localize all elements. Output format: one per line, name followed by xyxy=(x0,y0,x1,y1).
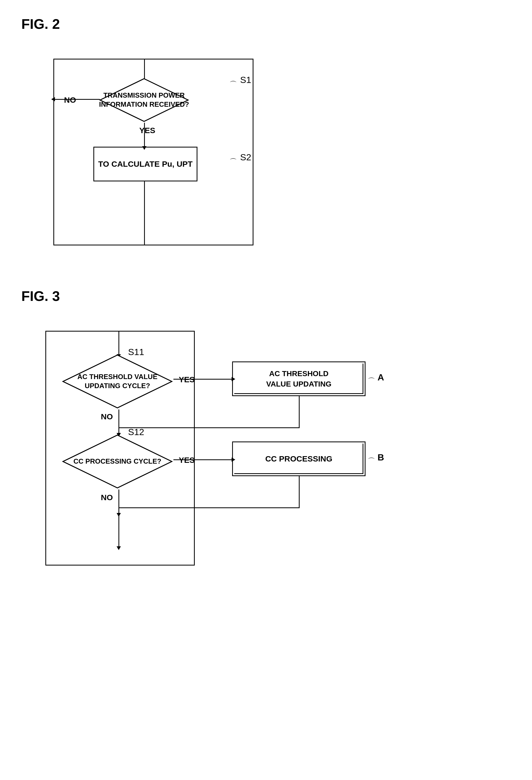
fig3-entry-arrow xyxy=(118,331,119,355)
fig3-ac-threshold-box: AC THRESHOLD VALUE UPDATING xyxy=(232,361,366,396)
svg-marker-2 xyxy=(63,435,172,488)
fig3-rect1-back-line xyxy=(118,427,300,428)
fig2-calc-text: TO CALCULATE Pu, UPT xyxy=(98,159,193,168)
fig2-calc-box: TO CALCULATE Pu, UPT xyxy=(93,147,197,181)
fig3-rect1-down-arrow xyxy=(299,396,300,428)
fig2-s2-label: S2 xyxy=(240,152,251,162)
fig2-s1-label: S1 xyxy=(240,75,251,85)
fig3-title: FIG. 3 xyxy=(21,288,511,304)
fig2-line-down xyxy=(144,181,145,245)
fig3-rect2-back-line xyxy=(118,507,300,508)
fig2-diamond xyxy=(99,77,189,123)
fig3-final-arrow xyxy=(118,515,119,547)
fig3-a-curve: ⌒ xyxy=(368,376,375,386)
fig3-yes2-label: YES xyxy=(179,456,195,465)
fig2-no-arrow xyxy=(54,99,100,100)
fig3-rect2-down-arrow xyxy=(299,476,300,508)
fig3-diamond2 xyxy=(61,434,174,489)
fig2-s2-curve: ⌒ xyxy=(230,157,237,167)
fig3-no2-arrow xyxy=(118,489,119,514)
fig2-yes-arrow xyxy=(144,123,145,147)
fig3-yes2-arrow xyxy=(174,459,232,460)
fig3-rect2-text: CC PROCESSING xyxy=(265,454,332,464)
fig3-yes1-arrow xyxy=(174,379,232,380)
fig3-diagram: S11 AC THRESHOLD VALUE UPDATING CYCLE? Y… xyxy=(43,320,496,582)
fig3-diamond1 xyxy=(61,353,174,409)
fig3-a-label: A xyxy=(378,372,384,383)
svg-marker-0 xyxy=(100,79,188,121)
fig2-s1-curve: ⌒ xyxy=(230,80,237,90)
fig3-cc-processing-box: CC PROCESSING xyxy=(232,441,366,476)
fig2-diagram: S1 ⌒ TRANSMISSION POWER INFORMATION RECE… xyxy=(48,48,288,256)
fig3-b-label: B xyxy=(378,452,384,462)
svg-marker-1 xyxy=(63,355,172,408)
page: FIG. 2 S1 ⌒ TRANSMISSION POWER INFORMATI… xyxy=(0,0,532,780)
fig3-b-curve: ⌒ xyxy=(368,456,375,466)
fig3-rect1-text: AC THRESHOLD VALUE UPDATING xyxy=(266,369,332,389)
fig2-yes-label: YES xyxy=(139,126,155,135)
fig3-no2-label: NO xyxy=(101,493,113,502)
fig3-yes1-label: YES xyxy=(179,375,195,384)
fig2-entry-arrow xyxy=(144,59,145,80)
fig3-rect1-line2: VALUE UPDATING xyxy=(266,379,332,389)
fig2-no-label: NO xyxy=(64,96,76,105)
fig3-no1-arrow xyxy=(118,409,119,434)
fig2-title: FIG. 2 xyxy=(21,16,511,32)
fig3-rect1-line1: AC THRESHOLD xyxy=(266,369,332,379)
fig3-no1-label: NO xyxy=(101,412,113,421)
